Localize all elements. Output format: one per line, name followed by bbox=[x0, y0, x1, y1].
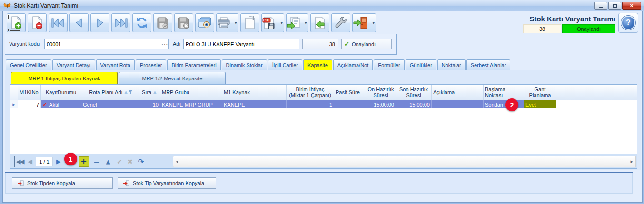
scroll-left-icon[interactable]: ◂ bbox=[176, 158, 178, 165]
grid-cancel-button[interactable]: ✖ bbox=[125, 156, 135, 167]
scroll-right-icon[interactable]: ▸ bbox=[630, 158, 633, 165]
column-header-birim-ihtiyac[interactable]: Birim İhtiyaç (Miktar 1 Çarpanı) bbox=[287, 85, 334, 100]
minimize-button[interactable] bbox=[594, 2, 607, 10]
next-record-icon bbox=[95, 18, 105, 28]
cell-on-hazirlik: 15:00:00 bbox=[366, 100, 396, 108]
lookup-ellipsis-button[interactable]: ··· bbox=[161, 39, 169, 49]
variant-form-panel: Varyant kodu ··· Adı 38 ✔ Onaylandı bbox=[5, 34, 397, 55]
app-logo-butterfly-icon bbox=[3, 2, 11, 10]
tab-genel-ozellikler[interactable]: Genel Özellikler bbox=[6, 59, 51, 70]
tab-varyant-detayi[interactable]: Varyant Detayı bbox=[52, 59, 95, 70]
annotation-callout-2: 2 bbox=[505, 98, 518, 111]
grid-first-button[interactable]: ◀◀ bbox=[14, 156, 24, 167]
tab-birim-parametreleri[interactable]: Birim Parametreleri bbox=[167, 59, 220, 70]
exit-dropdown-caret-icon: ▾ bbox=[373, 20, 375, 25]
delete-record-button[interactable] bbox=[28, 13, 47, 32]
cell-rota-plani: Genel bbox=[81, 100, 140, 108]
column-header-m1kino[interactable]: M1KINo bbox=[18, 85, 41, 100]
record-number-badge: 38 bbox=[523, 24, 561, 33]
previous-record-icon bbox=[74, 18, 84, 28]
column-header-m1-kaynak[interactable]: M1 Kaynak bbox=[222, 85, 287, 100]
subtab-mrp1-ihtiyac[interactable]: MRP 1 İhtiyaç Duyulan Kaynak bbox=[11, 72, 118, 84]
column-header-baslama-noktasi[interactable]: Başlama Noktası bbox=[484, 85, 524, 100]
tab-noktalar[interactable]: Noktalar bbox=[437, 59, 466, 70]
maximize-icon bbox=[613, 4, 617, 8]
help-button[interactable]: ? bbox=[618, 13, 638, 33]
approved-check-icon: ✔ bbox=[344, 40, 349, 48]
print-button[interactable]: ▾ bbox=[216, 13, 238, 32]
first-record-icon bbox=[51, 18, 65, 28]
grid-post-button[interactable]: ✔ bbox=[115, 156, 124, 167]
first-record-button[interactable] bbox=[49, 13, 68, 32]
column-header-aciklama[interactable]: Açıklama bbox=[432, 85, 484, 100]
copy-from-stock-type-button[interactable]: Stok Tipden Kopyala bbox=[12, 177, 113, 189]
new-record-button[interactable] bbox=[7, 13, 26, 32]
grid-prev-button[interactable]: ◀ bbox=[26, 156, 34, 167]
attachments-button[interactable] bbox=[240, 13, 259, 32]
maximize-button[interactable] bbox=[608, 2, 621, 10]
kapasite-tab-panel: MRP 1 İhtiyaç Duyulan Kaynak MRP 1/2 Mev… bbox=[5, 70, 641, 170]
form-status-label: Onaylandı bbox=[352, 41, 376, 47]
tab-gunlukler[interactable]: Günlükler bbox=[406, 59, 436, 70]
copy-actions-panel: Stok Tipden Kopyala Stok Tip Varyantında… bbox=[5, 172, 633, 194]
variant-code-input[interactable] bbox=[44, 39, 161, 49]
column-header-kayitdurumu[interactable]: KayıtDurumu bbox=[41, 85, 81, 100]
sort-asc-icon: ▲ bbox=[153, 89, 156, 95]
close-button[interactable]: × bbox=[622, 2, 641, 10]
copy-record-button[interactable]: ▾ bbox=[286, 13, 308, 32]
previous-record-button[interactable] bbox=[69, 13, 89, 32]
copy-from-stock-type-variant-button[interactable]: Stok Tip Varyantından Kopyala bbox=[118, 177, 216, 189]
cell-gant-planlama: Evet bbox=[524, 100, 556, 108]
grid-next-button[interactable]: ▶ bbox=[55, 156, 62, 167]
copy-arrow-icon bbox=[123, 180, 129, 186]
exit-split-divider bbox=[371, 16, 371, 29]
column-header-pasif-sure[interactable]: Pasif Süre bbox=[334, 85, 366, 100]
column-header-mrp-grubu[interactable]: MRP Grubu bbox=[160, 85, 222, 100]
titlebar: Stok Kartı Varyant Tanımı × bbox=[0, 0, 644, 11]
cell-kayitdurumu: ✔ Aktif bbox=[41, 100, 81, 108]
next-record-button[interactable] bbox=[90, 13, 109, 32]
preview-button[interactable] bbox=[195, 13, 214, 32]
save-button[interactable] bbox=[153, 13, 172, 32]
status-badge: Onaylandı bbox=[562, 24, 615, 33]
exit-button[interactable]: ▾ bbox=[352, 13, 376, 32]
variant-name-input[interactable] bbox=[183, 39, 299, 49]
horizontal-scrollbar[interactable]: ◂ ▸ bbox=[173, 156, 636, 167]
attachment-icon bbox=[244, 16, 256, 29]
pdf-split-divider bbox=[279, 16, 279, 29]
column-header-gant-planlama[interactable]: Gant Planlama bbox=[524, 85, 556, 100]
copy-arrow-icon bbox=[17, 180, 24, 186]
last-record-button[interactable] bbox=[111, 13, 130, 32]
window-title: Stok Kartı Varyant Tanımı bbox=[14, 2, 79, 9]
grid-delete-row-button[interactable]: − bbox=[92, 156, 101, 167]
tab-kapasite[interactable]: Kapasite bbox=[303, 59, 332, 70]
column-header-rota-plani-adi[interactable]: Rota Planı Adı ▲ bbox=[81, 85, 140, 100]
tab-serbest-alanlar[interactable]: Serbest Alanlar bbox=[466, 59, 511, 70]
export-pdf-button[interactable]: PDF ▾ bbox=[261, 13, 285, 32]
settings-button[interactable] bbox=[331, 13, 350, 32]
refresh-button[interactable] bbox=[132, 13, 151, 32]
grid-edit-row-button[interactable]: ▲ bbox=[103, 156, 113, 167]
tab-formuller[interactable]: Formüller bbox=[374, 59, 404, 70]
row-indicator-icon: ▸ bbox=[10, 100, 18, 108]
client-area: ▾ PDF ▾ bbox=[2, 11, 643, 203]
tab-aciklama-not[interactable]: Açıklama/Not bbox=[333, 59, 373, 70]
tab-ilgili-cariler[interactable]: İlgili Cariler bbox=[268, 59, 302, 70]
annotation-callout-1: 1 bbox=[64, 153, 77, 165]
subtab-mrp12-mevcut[interactable]: MRP 1/2 Mevcut Kapasite bbox=[119, 72, 226, 84]
tab-prosesler[interactable]: Prosesler bbox=[136, 59, 166, 70]
tab-varyant-rota[interactable]: Varyant Rota bbox=[96, 59, 135, 70]
close-icon: × bbox=[630, 2, 633, 9]
grid-refresh-button[interactable]: ↷ bbox=[136, 156, 146, 167]
column-header-son-hazirlik[interactable]: Son Hazırlık Süresi bbox=[396, 85, 432, 100]
grid-row-selected[interactable]: ▸ 7 ✔ Aktif Genel 10 KANEPE MRP GRUP KAN… bbox=[10, 100, 637, 108]
cancel-save-button[interactable] bbox=[174, 13, 193, 32]
column-header-sira[interactable]: Sıra ▲ bbox=[140, 85, 160, 100]
revert-button[interactable] bbox=[310, 13, 329, 32]
grid-add-row-button[interactable]: + bbox=[79, 156, 89, 167]
save-icon bbox=[157, 17, 169, 29]
grid-page-indicator: 1 / 1 bbox=[36, 157, 53, 166]
form-status-box: ✔ Onaylandı bbox=[341, 39, 392, 49]
tab-dinamik-stoklar[interactable]: Dinamik Stoklar bbox=[222, 59, 267, 70]
column-header-on-hazirlik[interactable]: Ön Hazırlık Süresi bbox=[366, 85, 396, 100]
